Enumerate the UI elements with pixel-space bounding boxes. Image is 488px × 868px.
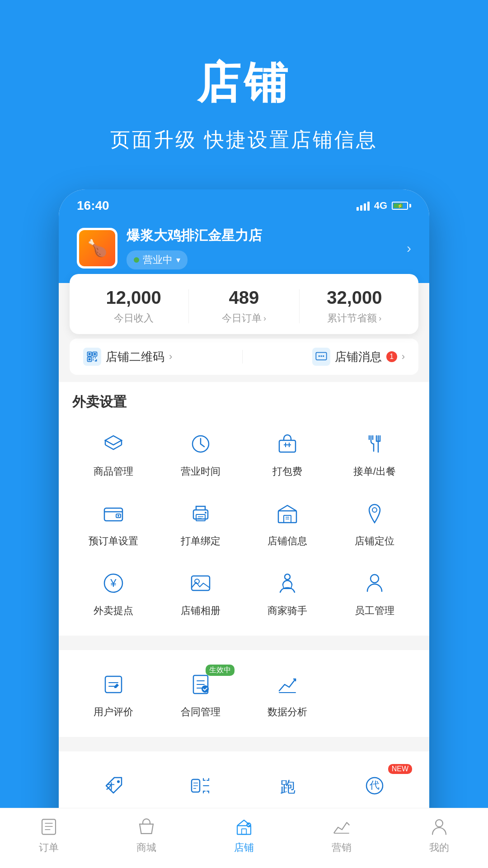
menu-label-contract: 合同管理 xyxy=(181,705,221,719)
section-gap-2 xyxy=(59,744,429,751)
stat-orders-label: 今日订单 › xyxy=(189,311,299,325)
printer-icon xyxy=(184,497,217,530)
rider-icon xyxy=(271,567,304,599)
orders-nav-icon xyxy=(38,816,60,838)
messages-link[interactable]: 店铺消息 1 › xyxy=(312,348,405,366)
page-title: 店铺 xyxy=(27,54,461,113)
menu-item-staff[interactable]: 员工管理 xyxy=(333,560,416,625)
stat-saved-value: 32,000 xyxy=(300,288,409,308)
stat-total-saved[interactable]: 32,000 累计节省额 › xyxy=(300,288,409,325)
nav-item-shop[interactable]: 商城 xyxy=(135,816,158,854)
menu-label-location: 店铺定位 xyxy=(355,534,394,548)
store-header: 🍗 爆浆大鸡排汇金星力店 营业中 ▾ › xyxy=(59,217,429,283)
nav-label-store: 店铺 xyxy=(234,841,254,854)
nav-item-orders[interactable]: 订单 xyxy=(38,816,60,854)
menu-label-printer: 打单绑定 xyxy=(181,534,221,548)
layers-icon xyxy=(97,428,130,460)
menu-item-preorder[interactable]: 预订单设置 xyxy=(72,490,155,555)
menu-item-contract[interactable]: 生效中 合同管理 xyxy=(160,661,242,726)
svg-rect-10 xyxy=(95,360,97,361)
svg-text:跑: 跑 xyxy=(280,778,296,795)
page-subtitle: 页面升级 快捷设置店铺信息 xyxy=(27,127,461,153)
messages-arrow-icon: › xyxy=(402,351,405,363)
section-gap-1 xyxy=(59,643,429,650)
svg-rect-7 xyxy=(95,357,96,358)
nav-item-store[interactable]: 店铺 xyxy=(233,816,255,854)
svg-point-35 xyxy=(117,780,120,783)
menu-item-commission[interactable]: ¥ 外卖提点 xyxy=(72,560,155,625)
shop-nav-icon xyxy=(135,816,158,838)
status-icons: 4G ⚡ xyxy=(357,200,411,212)
signal-icon xyxy=(357,201,370,211)
quick-links: 店铺二维码 › 店铺消息 1 › xyxy=(70,339,418,375)
qrcode-label: 店铺二维码 xyxy=(106,349,164,365)
battery-icon: ⚡ xyxy=(392,202,411,210)
store-status-badge[interactable]: 营业中 ▾ xyxy=(127,250,188,269)
svg-rect-6 xyxy=(93,357,94,358)
svg-point-34 xyxy=(202,685,209,693)
stat-orders-value: 489 xyxy=(189,288,299,308)
svg-rect-1 xyxy=(89,353,91,355)
marketing-nav-icon xyxy=(330,816,353,838)
message-icon xyxy=(312,348,330,366)
menu-item-rider[interactable]: 商家骑手 xyxy=(246,560,329,625)
stat-daily-orders[interactable]: 489 今日订单 › xyxy=(189,288,299,325)
location-icon xyxy=(358,497,391,530)
svg-point-14 xyxy=(323,355,324,357)
menu-item-orders[interactable]: 接单/出餐 xyxy=(333,420,416,486)
wallet-icon xyxy=(97,497,130,530)
menu-label-staff: 员工管理 xyxy=(355,604,394,618)
stat-income-value: 12,000 xyxy=(79,288,188,308)
orders-arrow-icon: › xyxy=(263,314,266,323)
nav-label-shop: 商城 xyxy=(136,841,156,854)
qrcode-link[interactable]: 店铺二维码 › xyxy=(83,348,172,366)
voucher-badge: NEW xyxy=(388,764,412,774)
menu-item-photos[interactable]: 店铺相册 xyxy=(160,560,242,625)
nav-item-marketing[interactable]: 营销 xyxy=(330,816,353,854)
status-time: 16:40 xyxy=(77,198,109,213)
saved-arrow-icon: › xyxy=(379,314,381,323)
nav-label-profile: 我的 xyxy=(429,841,449,854)
nav-item-profile[interactable]: 我的 xyxy=(428,816,450,854)
svg-text:¥: ¥ xyxy=(110,577,117,589)
store-logo: 🍗 xyxy=(77,228,117,269)
menu-label-hours: 营业时间 xyxy=(181,465,221,478)
phone-content: 12,000 今日收入 489 今日订单 › 32,000 xyxy=(59,283,429,868)
svg-point-25 xyxy=(372,508,377,512)
menu-item-products[interactable]: 商品管理 xyxy=(72,420,155,486)
menu-item-store-info[interactable]: 店铺信息 xyxy=(246,490,329,555)
menu-item-reviews[interactable]: 用户评价 xyxy=(72,661,155,726)
phone-mockup: 16:40 4G ⚡ xyxy=(59,189,429,868)
menu-item-hours[interactable]: 营业时间 xyxy=(160,420,242,486)
menu-item-location[interactable]: 店铺定位 xyxy=(333,490,416,555)
svg-rect-45 xyxy=(334,833,349,834)
fork-icon xyxy=(358,428,391,460)
svg-point-46 xyxy=(436,820,443,827)
chevron-down-icon: ▾ xyxy=(176,255,180,265)
yen-icon: ¥ xyxy=(97,567,130,599)
message-badge: 1 xyxy=(386,351,397,362)
contract-badge: 生效中 xyxy=(206,665,235,676)
page-header: 店铺 页面升级 快捷设置店铺信息 xyxy=(0,0,488,180)
svg-rect-43 xyxy=(242,829,247,834)
network-label: 4G xyxy=(374,200,387,212)
svg-point-30 xyxy=(285,574,290,580)
svg-rect-32 xyxy=(105,676,122,693)
menu-item-analytics[interactable]: 数据分析 xyxy=(246,661,329,726)
delivery-menu-grid: 商品管理 营业时间 xyxy=(72,420,416,625)
svg-point-19 xyxy=(117,515,119,517)
store-info: 爆浆大鸡排汇金星力店 营业中 ▾ xyxy=(127,226,398,269)
run-icon: 跑 xyxy=(271,769,304,802)
stat-daily-income: 12,000 今日收入 xyxy=(79,288,188,325)
svg-text:才: 才 xyxy=(106,782,115,791)
svg-text:代: 代 xyxy=(369,779,380,791)
menu-item-printer[interactable]: 打单绑定 xyxy=(160,490,242,555)
stats-card: 12,000 今日收入 489 今日订单 › 32,000 xyxy=(70,274,418,334)
menu-item-packaging[interactable]: 打包费 xyxy=(246,420,329,486)
svg-rect-23 xyxy=(278,511,296,523)
messages-label: 店铺消息 xyxy=(335,349,382,365)
status-bar: 16:40 4G ⚡ xyxy=(59,189,429,217)
nav-label-orders: 订单 xyxy=(39,841,59,854)
delivery-settings-section: 外卖设置 商品管理 xyxy=(59,382,429,636)
store-chevron-icon[interactable]: › xyxy=(407,241,411,256)
